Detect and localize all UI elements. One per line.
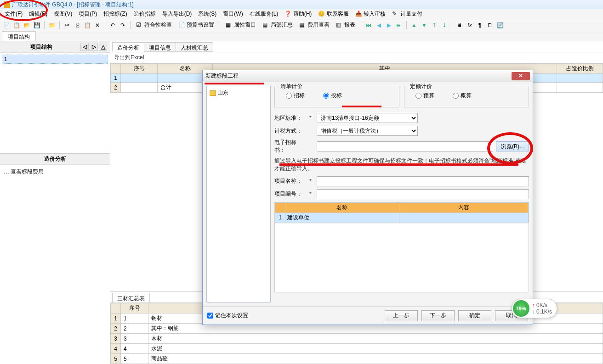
nav-prev-button[interactable]: ◁ — [80, 43, 89, 51]
undo-icon[interactable]: ↶ — [108, 21, 117, 30]
project-tree[interactable]: 1 — [0, 53, 110, 154]
analysis-item-view-fees[interactable]: … 查看标段费用 — [2, 167, 108, 177]
radio-yusuan-input[interactable] — [415, 93, 421, 99]
folder-icon[interactable]: 📁 — [47, 21, 57, 30]
down-icon[interactable]: ▼ — [420, 21, 429, 30]
tab-three-material[interactable]: 三材汇总表 — [112, 293, 150, 302]
grid-empty-area[interactable] — [275, 223, 529, 292]
attributes-grid[interactable]: 名称 内容 1 建设单位 — [275, 202, 529, 223]
tab-cost-analysis[interactable]: 造价分析 — [112, 42, 144, 52]
menu-file[interactable]: 文件(F) — [2, 9, 25, 19]
table-row[interactable]: 1 建设单位 — [275, 213, 529, 223]
cell-ratio[interactable] — [557, 83, 603, 93]
menu-online[interactable]: 在线服务(L) — [247, 9, 281, 19]
radio-zhaobiao-input[interactable] — [286, 93, 292, 99]
copy-icon[interactable]: 📋 — [12, 21, 21, 30]
dept-summary-button[interactable]: ▤局部汇总 — [260, 20, 296, 30]
radio-gaisuan[interactable]: 概算 — [453, 92, 472, 100]
up-icon[interactable]: ▲ — [410, 21, 419, 30]
input-project-code[interactable] — [317, 189, 529, 199]
first-icon[interactable]: ⏮ — [364, 21, 373, 30]
col-attr-name[interactable]: 名称 — [285, 202, 399, 213]
nav-up-button[interactable]: △ — [99, 43, 107, 51]
menu-system[interactable]: 系统(S) — [195, 9, 219, 19]
fx-icon[interactable]: fx — [465, 21, 474, 30]
new-icon[interactable]: 📄 — [2, 21, 11, 30]
menu-view[interactable]: 视图(V) — [51, 9, 75, 19]
cell-attr-content[interactable] — [399, 213, 528, 223]
table-row[interactable]: 44水泥 — [111, 344, 603, 354]
next-step-button[interactable]: 下一步 — [421, 310, 455, 321]
input-ebid-file[interactable] — [317, 141, 493, 151]
top-icon[interactable]: ⤒ — [430, 21, 439, 30]
menu-import-export[interactable]: 导入导出(D) — [159, 9, 195, 19]
tab-project-info[interactable]: 项目信息 — [144, 42, 176, 52]
prev-icon[interactable]: ◀ — [374, 21, 383, 30]
redo-icon[interactable]: ↷ — [118, 21, 127, 30]
copy2-icon[interactable]: ⎘ — [73, 21, 82, 30]
dialog-titlebar[interactable]: 新建标段工程 ✕ — [203, 70, 533, 82]
refresh-icon[interactable]: 🔄 — [495, 21, 505, 30]
menu-contact[interactable]: 😊 联系客服 — [315, 9, 351, 19]
last-icon[interactable]: ⏭ — [394, 21, 404, 30]
tab-material-summary[interactable]: 人材机汇总 — [176, 42, 213, 52]
calc-icon[interactable]: 🖩 — [455, 21, 464, 30]
radio-toubiao-input[interactable] — [323, 93, 329, 99]
cell-seq[interactable]: 1 — [121, 314, 148, 324]
col-attr-content[interactable]: 内容 — [399, 202, 528, 213]
ok-button[interactable]: 确定 — [458, 310, 491, 321]
cut-icon[interactable]: ✂ — [63, 21, 72, 30]
menu-window[interactable]: 窗口(W) — [220, 9, 245, 19]
cell-name[interactable]: 水泥 — [148, 344, 603, 354]
radio-yusuan[interactable]: 预算 — [415, 92, 434, 100]
table-row[interactable]: 55商品砼 — [111, 354, 603, 364]
bottom-icon[interactable]: ⤓ — [440, 21, 449, 30]
paste-icon[interactable]: 📋 — [83, 21, 92, 30]
col-seq[interactable]: 序号 — [121, 303, 148, 314]
conformance-check-button[interactable]: ☑符合性检查 — [133, 20, 175, 30]
select-tax-method[interactable]: 增值税（一般计税方法） — [317, 126, 418, 136]
region-tree[interactable]: 山东 — [206, 86, 271, 302]
select-region-standard[interactable]: 济南13清单接口-16定额 — [317, 113, 418, 123]
radio-zhaobiao[interactable]: 招标 — [286, 92, 305, 100]
menu-transfer[interactable]: 📥 转入审核 — [353, 9, 388, 19]
delete-icon[interactable]: ✕ — [93, 21, 102, 30]
network-speed-widget[interactable]: 79% 0K/s 0.1K/s — [512, 299, 557, 318]
close-button[interactable]: ✕ — [512, 72, 530, 80]
cell-seq[interactable]: 5 — [121, 354, 148, 364]
prev-step-button[interactable]: 上一步 — [385, 310, 418, 321]
col-ratio[interactable]: 占造价比例 — [557, 64, 603, 74]
cell-seq[interactable] — [121, 83, 158, 93]
cell-seq[interactable]: 3 — [121, 334, 148, 344]
browse-button[interactable]: 浏览(B)... — [496, 141, 529, 151]
next-icon[interactable]: ▶ — [384, 21, 393, 30]
cell-ratio[interactable] — [557, 74, 603, 83]
menu-edit[interactable]: 编辑(E) — [26, 9, 50, 19]
report-button[interactable]: ▥报表 — [333, 20, 358, 30]
open-icon[interactable]: 📂 — [22, 21, 31, 30]
col-seq[interactable]: 序号 — [121, 64, 158, 74]
remember-checkbox-input[interactable] — [207, 313, 213, 319]
para-icon[interactable]: ¶ — [475, 21, 484, 30]
cell-name[interactable]: 木材 — [148, 334, 603, 344]
remember-checkbox[interactable]: 记住本次设置 — [207, 312, 248, 319]
notes-icon[interactable]: 🗒 — [485, 21, 495, 30]
menu-cost-index[interactable]: 造价指标 — [131, 9, 159, 19]
tab-project-structure[interactable]: 项目结构 — [2, 31, 36, 41]
budget-settings-button[interactable]: 📄预算书设置 — [176, 20, 217, 30]
cell-seq[interactable] — [121, 74, 158, 83]
input-project-name[interactable] — [317, 176, 529, 186]
nav-next-button[interactable]: ▷ — [90, 43, 98, 51]
menu-help[interactable]: ❓ 帮助(H) — [282, 9, 314, 19]
cell-name[interactable]: 商品砼 — [148, 354, 603, 364]
menu-measure[interactable]: ✎ 计量支付 — [389, 9, 425, 19]
menu-project[interactable]: 项目(P) — [76, 9, 100, 19]
menu-bid[interactable]: 招投标(Z) — [101, 9, 130, 19]
fee-view-button[interactable]: ▦费用查看 — [296, 20, 332, 30]
cell-seq[interactable]: 4 — [121, 344, 148, 354]
save-icon[interactable]: 💾 — [32, 21, 41, 30]
property-window-button[interactable]: ▦属性窗口 — [223, 20, 259, 30]
tree-node-shandong[interactable]: 山东 — [209, 88, 268, 98]
tree-item-1[interactable]: 1 — [2, 55, 108, 64]
export-excel-link[interactable]: 导出到Excel — [110, 52, 603, 63]
